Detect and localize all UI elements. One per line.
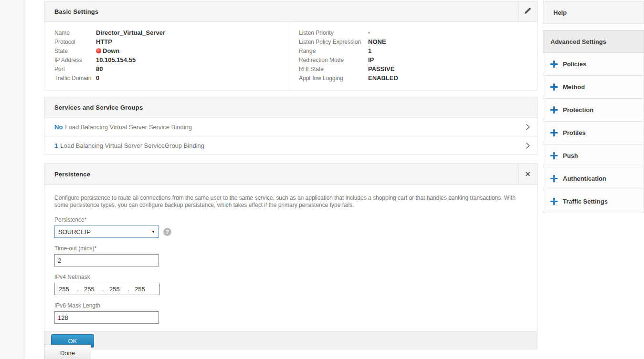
basic-settings-body: Name Director_Virtual_Server Protocol HT… [44, 22, 538, 91]
persistence-card: Persistence ✕ Configure persistence to r… [44, 163, 538, 349]
field-value: NONE [368, 38, 386, 45]
plus-icon [550, 83, 558, 91]
basic-settings-header: Basic Settings [44, 1, 538, 22]
persistence-body: Configure persistence to route all conne… [44, 185, 538, 332]
binding-count: No [54, 123, 63, 131]
field-appflow-logging: AppFlow Logging ENABLED [299, 73, 537, 82]
field-label: Listen Policy Expression [299, 39, 368, 45]
sidebar-item-policies[interactable]: Policies [543, 53, 644, 76]
ipv4-netmask-label: IPv4 Netmask [54, 274, 527, 280]
sidebar-item-push[interactable]: Push [543, 144, 644, 167]
persistence-selected-value: SOURCEIP [58, 228, 91, 236]
field-label: IP Address [54, 57, 96, 63]
ipv6-mask-length-label: IPv6 Mask Length [54, 302, 527, 309]
sidebar-item-method[interactable]: Method [543, 76, 644, 99]
service-binding-row[interactable]: No Load Balancing Virtual Server Service… [44, 118, 538, 136]
services-card: Services and Service Groups No Load Bala… [44, 97, 538, 155]
field-label: RHI State [299, 66, 368, 72]
timeout-input[interactable] [54, 254, 159, 267]
edit-basic-settings-button[interactable] [518, 1, 537, 21]
done-button[interactable]: Done [44, 345, 91, 359]
help-icon[interactable]: ? [163, 228, 171, 236]
advanced-settings-title: Advanced Settings [550, 38, 606, 45]
field-traffic-domain: Traffic Domain 0 [54, 73, 290, 82]
field-value: 10.105.154.55 [96, 56, 136, 63]
field-value: - [368, 29, 370, 36]
sidebar-item-label: Authentication [563, 175, 606, 182]
field-ip-address: IP Address 10.105.154.55 [54, 55, 290, 64]
timeout-label: Time-out (mins)* [54, 245, 527, 252]
status-down-icon [96, 48, 101, 53]
field-value: HTTP [96, 38, 112, 45]
ipv4-octet-3[interactable]: 255 [109, 286, 127, 293]
field-label: Range [299, 48, 368, 54]
sidebar-item-authentication[interactable]: Authentication [543, 167, 644, 190]
sidebar-item-label: Policies [563, 61, 586, 68]
sidebar-item-label: Protection [563, 106, 593, 113]
binding-label: Load Balancing Virtual Server Service Bi… [65, 123, 192, 131]
services-title: Services and Service Groups [44, 104, 143, 111]
plus-icon [550, 129, 558, 136]
persistence-header: Persistence ✕ [44, 163, 538, 185]
field-value: IP [368, 56, 374, 63]
sidebar-item-profiles[interactable]: Profiles [543, 122, 644, 144]
sidebar-item-protection[interactable]: Protection [543, 99, 644, 122]
sidebar-item-label: Method [563, 83, 585, 91]
field-value: PASSIVE [368, 65, 394, 72]
ip-dot: . [77, 286, 84, 293]
advanced-settings-panel: Advanced Settings Policies Method Protec… [543, 30, 644, 213]
persistence-select[interactable]: SOURCEIP ▼ [54, 226, 159, 238]
field-range: Range 1 [299, 46, 537, 55]
ipv4-netmask-input[interactable]: 255.255.255.255 [54, 283, 160, 295]
field-value: Down [96, 47, 119, 54]
field-value: 0 [96, 74, 99, 82]
field-label: Traffic Domain [54, 75, 96, 82]
sidebar-item-label: Traffic Settings [563, 198, 608, 205]
ip-dot: . [127, 286, 135, 293]
field-value: 80 [96, 65, 103, 72]
persistence-title: Persistence [44, 171, 90, 178]
field-rhi-state: RHI State PASSIVE [299, 64, 537, 73]
basic-settings-title: Basic Settings [44, 8, 98, 15]
advanced-settings-header: Advanced Settings [543, 30, 644, 53]
field-redirection-mode: Redirection Mode IP [299, 55, 537, 64]
field-listen-priority: Listen Priority - [299, 28, 537, 37]
services-header: Services and Service Groups [44, 97, 538, 118]
persistence-description: Configure persistence to route all conne… [54, 195, 527, 209]
field-label: Name [54, 30, 96, 36]
plus-icon [550, 61, 558, 68]
help-title: Help [553, 9, 567, 16]
field-state: State Down [54, 46, 290, 55]
sidebar-item-label: Push [563, 152, 578, 159]
binding-count: 1 [54, 142, 58, 149]
field-port: Port 80 [54, 64, 290, 73]
chevron-right-icon [525, 142, 530, 150]
plus-icon [550, 106, 558, 113]
plus-icon [550, 152, 558, 159]
persistence-select-label: Persistence* [54, 216, 527, 223]
field-value: Director_Virtual_Server [96, 29, 165, 36]
field-protocol: Protocol HTTP [54, 37, 290, 46]
field-value: ENABLED [368, 74, 398, 82]
field-name: Name Director_Virtual_Server [54, 28, 290, 37]
servicegroup-binding-row[interactable]: 1 Load Balancing Virtual Server ServiceG… [44, 136, 538, 155]
ipv4-octet-2[interactable]: 255 [84, 286, 102, 293]
chevron-down-icon: ▼ [151, 230, 155, 234]
status-text: Down [103, 47, 119, 54]
field-listen-policy-expression: Listen Policy Expression NONE [299, 37, 537, 46]
ipv4-octet-1[interactable]: 255 [59, 286, 77, 293]
persistence-footer: OK [44, 332, 538, 349]
chevron-right-icon [525, 123, 530, 131]
close-persistence-button[interactable]: ✕ [518, 164, 537, 185]
field-label: Redirection Mode [299, 57, 368, 63]
ipv6-mask-length-input[interactable] [54, 311, 159, 324]
field-value: 1 [368, 47, 371, 54]
sidebar-item-traffic-settings[interactable]: Traffic Settings [543, 190, 644, 213]
basic-settings-left-column: Name Director_Virtual_Server Protocol HT… [44, 22, 290, 90]
help-panel-header[interactable]: Help [543, 1, 644, 24]
basic-settings-right-column: Listen Priority - Listen Policy Expressi… [290, 22, 537, 90]
close-icon: ✕ [525, 170, 531, 178]
basic-settings-card: Basic Settings Name Director_Virtual_Ser… [44, 1, 538, 91]
pencil-icon [524, 7, 532, 16]
ipv4-octet-4[interactable]: 255 [135, 286, 153, 293]
